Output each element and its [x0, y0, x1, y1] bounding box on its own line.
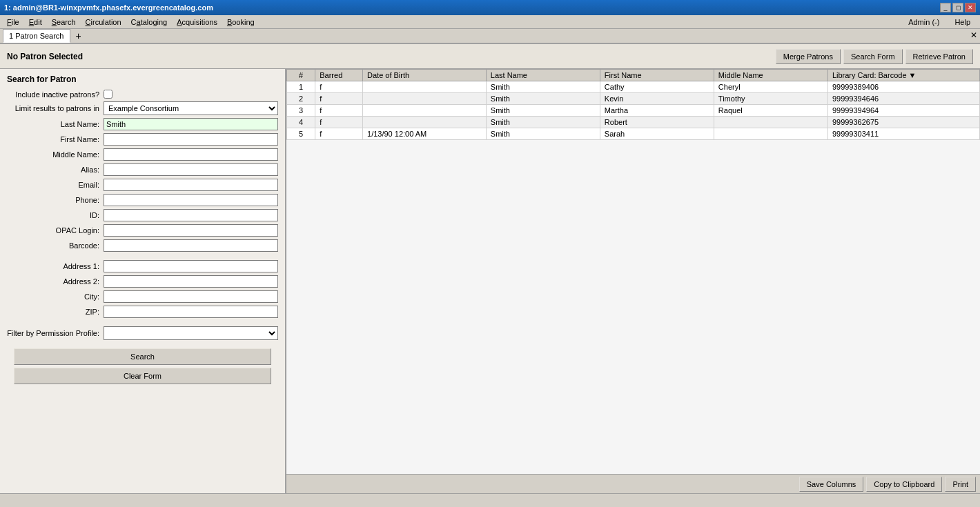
- city-label: City:: [7, 292, 104, 301]
- first-name-label: First Name:: [7, 135, 104, 143]
- tab-close-button[interactable]: ✕: [970, 30, 977, 40]
- barcode-label: Barcode:: [7, 241, 104, 250]
- save-columns-button[interactable]: Save Columns: [799, 477, 864, 492]
- address1-input[interactable]: [104, 260, 278, 272]
- middle-name-label: Middle Name:: [7, 150, 104, 159]
- opac-login-input[interactable]: [104, 224, 278, 237]
- tab-patron-search[interactable]: 1 Patron Search: [3, 29, 70, 43]
- table-row[interactable]: 4 f Smith Robert 99999362675: [287, 117, 980, 128]
- opac-login-row: OPAC Login:: [7, 224, 278, 237]
- opac-login-label: OPAC Login:: [7, 226, 104, 235]
- tab-bar: 1 Patron Search + ✕: [0, 29, 980, 44]
- barcode-input[interactable]: [104, 239, 278, 252]
- zip-row: ZIP:: [7, 306, 278, 318]
- id-input[interactable]: [104, 209, 278, 221]
- patron-header: No Patron Selected Merge Patrons Search …: [0, 44, 980, 69]
- email-label: Email:: [7, 181, 104, 189]
- results-tbody: 1 f Smith Cathy Cheryl 99999389406 2 f S…: [287, 81, 980, 140]
- cell-dob: 1/13/90 12:00 AM: [363, 128, 487, 140]
- last-name-label: Last Name:: [7, 120, 104, 128]
- cell-firstname: Robert: [600, 117, 714, 128]
- limit-results-select[interactable]: Example Consortium: [104, 101, 278, 115]
- menu-acquisitions[interactable]: Acquisitions: [173, 17, 222, 27]
- app-title: 1: admin@BR1-winxpvmfx.phasefx.evergreen…: [4, 3, 213, 12]
- close-button[interactable]: ✕: [965, 3, 976, 12]
- menu-circulation[interactable]: Circulation: [81, 17, 126, 27]
- cell-barcode: 99999389406: [827, 81, 979, 93]
- retrieve-patron-button[interactable]: Retrieve Patron: [905, 49, 973, 64]
- clear-form-button[interactable]: Clear Form: [14, 368, 271, 384]
- status-bar: [0, 493, 980, 507]
- main-area: No Patron Selected Merge Patrons Search …: [0, 44, 980, 493]
- address2-input[interactable]: [104, 275, 278, 288]
- menu-cataloging[interactable]: Cataloging: [127, 17, 172, 27]
- zip-input[interactable]: [104, 306, 278, 318]
- table-row[interactable]: 3 f Smith Martha Raquel 99999394964: [287, 105, 980, 117]
- include-inactive-checkbox[interactable]: [104, 90, 112, 99]
- limit-results-label: Limit results to patrons in: [7, 104, 104, 112]
- tab-add-button[interactable]: +: [72, 29, 86, 43]
- cell-firstname: Sarah: [600, 128, 714, 140]
- menu-admin[interactable]: Admin (-): [904, 17, 943, 27]
- title-bar-text: 1: admin@BR1-winxpvmfx.phasefx.evergreen…: [4, 3, 213, 12]
- col-header-barred: Barred: [315, 70, 363, 81]
- search-button[interactable]: Search: [14, 348, 271, 365]
- col-header-firstname: First Name: [600, 70, 714, 81]
- menu-search[interactable]: Search: [48, 17, 80, 27]
- menu-edit[interactable]: Edit: [25, 17, 46, 27]
- table-row[interactable]: 1 f Smith Cathy Cheryl 99999389406: [287, 81, 980, 93]
- include-inactive-row: Include inactive patrons?: [7, 90, 278, 99]
- col-header-middlename: Middle Name: [714, 70, 827, 81]
- last-name-row: Last Name:: [7, 118, 278, 130]
- middle-name-input[interactable]: [104, 148, 278, 161]
- zip-label: ZIP:: [7, 308, 104, 316]
- alias-label: Alias:: [7, 166, 104, 174]
- cell-num: 2: [287, 93, 315, 105]
- minimize-button[interactable]: _: [940, 3, 951, 12]
- title-bar-controls[interactable]: _ ◻ ✕: [940, 3, 976, 12]
- last-name-input[interactable]: [104, 118, 278, 130]
- cell-dob: [363, 93, 487, 105]
- search-form-button[interactable]: Search Form: [843, 49, 903, 64]
- menu-items: File Edit Search Circulation Cataloging …: [3, 17, 259, 27]
- city-input[interactable]: [104, 290, 278, 303]
- results-table: # Barred Date of Birth Last Name First N…: [286, 69, 980, 140]
- menu-file[interactable]: File: [3, 17, 23, 27]
- phone-input[interactable]: [104, 194, 278, 206]
- alias-row: Alias:: [7, 163, 278, 176]
- cell-lastname: Smith: [486, 128, 600, 140]
- col-header-barcode: Library Card: Barcode ▼: [827, 70, 979, 81]
- restore-button[interactable]: ◻: [952, 3, 963, 12]
- cell-barred: f: [315, 117, 363, 128]
- cell-middlename: Raquel: [714, 105, 827, 117]
- table-row[interactable]: 5 f 1/13/90 12:00 AM Smith Sarah 9999930…: [287, 128, 980, 140]
- search-panel: Search for Patron Include inactive patro…: [0, 69, 286, 493]
- menu-help[interactable]: Help: [950, 17, 974, 27]
- table-header-row: # Barred Date of Birth Last Name First N…: [287, 70, 980, 81]
- cell-lastname: Smith: [486, 105, 600, 117]
- menu-booking[interactable]: Booking: [223, 17, 259, 27]
- cell-barred: f: [315, 105, 363, 117]
- results-table-container: # Barred Date of Birth Last Name First N…: [286, 69, 980, 474]
- first-name-row: First Name:: [7, 133, 278, 146]
- cell-firstname: Martha: [600, 105, 714, 117]
- phone-label: Phone:: [7, 196, 104, 204]
- first-name-input[interactable]: [104, 133, 278, 146]
- print-button[interactable]: Print: [945, 477, 976, 492]
- cell-middlename: Timothy: [714, 93, 827, 105]
- cell-num: 1: [287, 81, 315, 93]
- middle-name-row: Middle Name:: [7, 148, 278, 161]
- cell-barred: f: [315, 93, 363, 105]
- email-input[interactable]: [104, 179, 278, 191]
- alias-input[interactable]: [104, 163, 278, 176]
- copy-clipboard-button[interactable]: Copy to Clipboard: [866, 477, 942, 492]
- cell-middlename: [714, 128, 827, 140]
- patron-status: No Patron Selected: [7, 52, 83, 61]
- email-row: Email:: [7, 179, 278, 191]
- filter-permission-select[interactable]: [104, 326, 278, 340]
- cell-barred: f: [315, 81, 363, 93]
- col-header-lastname: Last Name: [486, 70, 600, 81]
- cell-lastname: Smith: [486, 93, 600, 105]
- merge-patrons-button[interactable]: Merge Patrons: [776, 49, 841, 64]
- table-row[interactable]: 2 f Smith Kevin Timothy 99999394646: [287, 93, 980, 105]
